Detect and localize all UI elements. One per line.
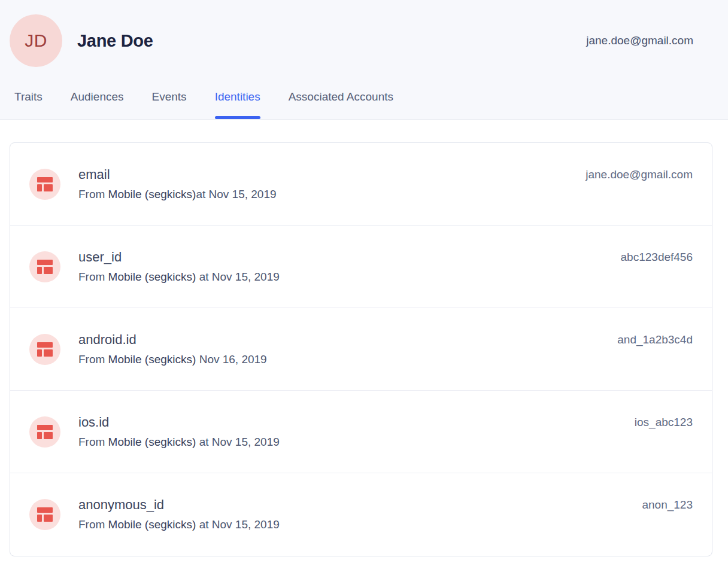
avatar-initials: JD	[25, 31, 47, 51]
from-label: From	[78, 518, 108, 531]
tab-audiences[interactable]: Audiences	[71, 90, 124, 119]
layout-icon	[29, 334, 60, 365]
identity-row-ios-id: ios.id From Mobile (segkicks) at Nov 15,…	[10, 391, 712, 473]
identity-info: user_id From Mobile (segkicks) at Nov 15…	[78, 249, 280, 285]
identities-card: email From Mobile (segkicks)at Nov 15, 2…	[10, 142, 712, 556]
identity-row-android-id: android.id From Mobile (segkicks) Nov 16…	[10, 308, 712, 391]
identity-row-email: email From Mobile (segkicks)at Nov 15, 2…	[10, 143, 712, 226]
identity-origin: From Mobile (segkicks) Nov 16, 2019	[78, 352, 267, 367]
layout-icon	[29, 416, 60, 448]
identity-value: abc123def456	[621, 251, 693, 264]
identity-date: at Nov 15, 2019	[196, 436, 279, 448]
tab-label: Events	[152, 90, 187, 103]
from-label: From	[78, 188, 108, 200]
tab-label: Audiences	[71, 90, 124, 103]
identity-value: and_1a2b3c4d	[617, 333, 693, 346]
avatar: JD	[10, 14, 62, 67]
identity-value: anon_123	[642, 498, 693, 512]
identity-origin: From Mobile (segkicks) at Nov 15, 2019	[78, 434, 280, 450]
identity-row-user-id: user_id From Mobile (segkicks) at Nov 15…	[10, 226, 712, 308]
source-name: Mobile (segkicks)	[108, 518, 196, 531]
identity-date: at Nov 15, 2019	[196, 188, 276, 200]
identity-info: android.id From Mobile (segkicks) Nov 16…	[78, 331, 267, 367]
identity-date: at Nov 15, 2019	[196, 518, 279, 531]
layout-icon	[29, 169, 60, 200]
tab-associated-accounts[interactable]: Associated Accounts	[289, 90, 393, 119]
from-label: From	[78, 270, 108, 283]
identity-info: email From Mobile (segkicks)at Nov 15, 2…	[78, 166, 277, 202]
tab-label: Identities	[215, 90, 260, 103]
tab-identities[interactable]: Identities	[215, 90, 260, 119]
identity-origin: From Mobile (segkicks) at Nov 15, 2019	[78, 517, 280, 532]
layout-icon	[29, 251, 60, 282]
source-name: Mobile (segkicks)	[108, 270, 196, 283]
identity-name: user_id	[78, 249, 280, 266]
identity-name: email	[78, 166, 277, 183]
identity-value: ios_abc123	[635, 416, 693, 429]
layout-icon	[29, 499, 60, 530]
tab-events[interactable]: Events	[152, 90, 187, 119]
active-tab-indicator	[215, 116, 260, 119]
from-label: From	[78, 353, 108, 366]
identity-date: Nov 16, 2019	[196, 353, 266, 366]
tab-label: Traits	[14, 90, 43, 103]
identity-date: at Nov 15, 2019	[196, 270, 279, 283]
profile-tabs: Traits Audiences Events Identities Assoc…	[0, 90, 728, 119]
page-title: Jane Doe	[77, 31, 153, 51]
tab-label: Associated Accounts	[289, 90, 393, 103]
identity-name: ios.id	[78, 414, 280, 431]
identity-info: anonymous_id From Mobile (segkicks) at N…	[78, 497, 280, 532]
identity-origin: From Mobile (segkicks) at Nov 15, 2019	[78, 269, 280, 285]
source-name: Mobile (segkicks)	[108, 436, 196, 448]
profile-header-top: JD Jane Doe jane.doe@gmail.com	[0, 0, 728, 67]
source-name: Mobile (segkicks)	[108, 188, 196, 200]
identity-info: ios.id From Mobile (segkicks) at Nov 15,…	[78, 414, 280, 450]
profile-header: JD Jane Doe jane.doe@gmail.com Traits Au…	[0, 0, 728, 120]
identity-origin: From Mobile (segkicks)at Nov 15, 2019	[78, 187, 277, 202]
identity-value: jane.doe@gmail.com	[586, 168, 693, 181]
identity-name: anonymous_id	[78, 497, 280, 513]
source-name: Mobile (segkicks)	[108, 353, 196, 366]
from-label: From	[78, 436, 108, 448]
header-email: jane.doe@gmail.com	[586, 34, 693, 47]
identity-row-anonymous-id: anonymous_id From Mobile (segkicks) at N…	[10, 473, 712, 556]
tab-traits[interactable]: Traits	[14, 90, 43, 119]
identity-name: android.id	[78, 331, 267, 348]
